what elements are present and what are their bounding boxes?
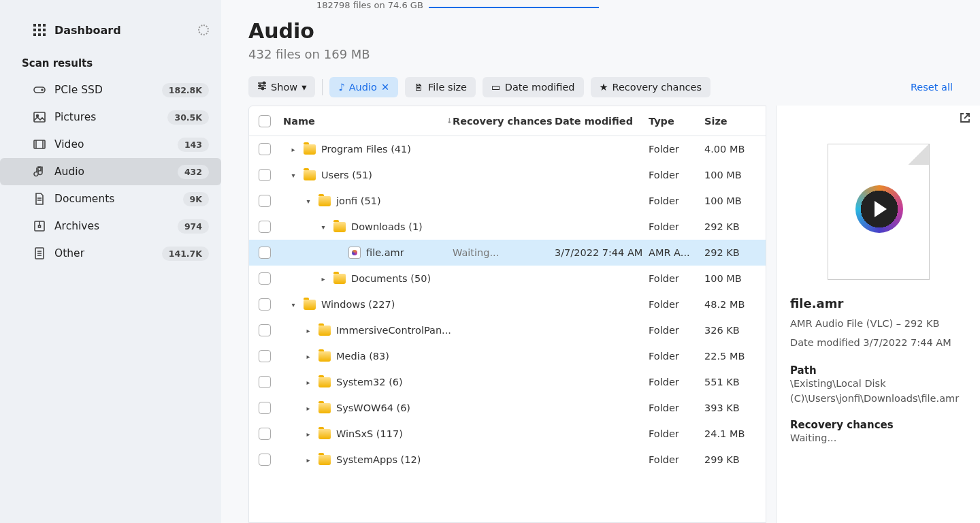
drive-icon [33, 83, 46, 97]
row-checkbox[interactable] [259, 350, 271, 362]
row-size: 326 KB [704, 325, 766, 336]
file-size-filter-button[interactable]: 🗎 File size [405, 77, 476, 97]
reset-all-link[interactable]: Reset all [911, 82, 953, 93]
expand-toggle-icon[interactable]: ▸ [289, 146, 298, 153]
row-checkbox[interactable] [259, 428, 271, 440]
sidebar-item-pictures[interactable]: Pictures 30.5K [0, 104, 221, 131]
table-row[interactable]: ▾ Windows (227) Folder 48.2 MB [249, 291, 766, 317]
sidebar-item-badge: 30.5K [167, 110, 209, 125]
folder-icon [318, 429, 331, 439]
table-row[interactable]: ▸ Documents (50) Folder 100 MB [249, 266, 766, 291]
table-row[interactable]: ▸ ImmersiveControlPan... Folder 326 KB [249, 317, 766, 343]
row-size: 22.5 MB [704, 351, 766, 362]
svg-rect-20 [39, 225, 41, 227]
sidebar-item-video[interactable]: Video 143 [0, 131, 221, 158]
page-title: Audio [248, 19, 953, 43]
table-row[interactable]: ▸ SystemApps (12) Folder 299 KB [249, 447, 766, 473]
file-icon: 🗎 [414, 82, 424, 93]
expand-toggle-icon[interactable]: ▸ [304, 430, 313, 438]
audio-filter-chip[interactable]: ♪ Audio ✕ [329, 77, 398, 97]
row-name: Windows (227) [321, 299, 395, 310]
row-checkbox[interactable] [259, 454, 271, 466]
expand-toggle-icon[interactable]: ▾ [304, 197, 313, 205]
folder-icon [304, 300, 316, 310]
row-name: ImmersiveControlPan... [336, 325, 451, 336]
row-checkbox[interactable] [259, 195, 271, 207]
expand-toggle-icon[interactable]: ▸ [304, 405, 313, 412]
sidebar-item-other[interactable]: Other 141.7K [0, 240, 221, 267]
expand-toggle-icon[interactable]: ▸ [304, 327, 313, 334]
row-checkbox[interactable] [259, 221, 271, 233]
table-row[interactable]: ▸ SysWOW64 (6) Folder 393 KB [249, 395, 766, 421]
recovery-chances-filter-button[interactable]: ★ Recovery chances [591, 77, 711, 97]
expand-toggle-icon[interactable]: ▾ [289, 301, 298, 308]
details-path-label: Path [790, 364, 966, 377]
column-name[interactable]: Name↓ [280, 116, 453, 127]
row-checkbox[interactable] [259, 324, 271, 336]
video-icon [33, 138, 46, 151]
folder-icon [318, 196, 331, 206]
table-row[interactable]: ▾ Downloads (1) Folder 292 KB [249, 214, 766, 240]
table-row[interactable]: file.amr Waiting... 3/7/2022 7:44 AM AMR… [249, 240, 766, 266]
expand-toggle-icon[interactable]: ▸ [304, 456, 313, 464]
details-date-modified: Date modified 3/7/2022 7:44 AM [790, 334, 966, 353]
row-checkbox[interactable] [259, 402, 271, 414]
open-external-icon[interactable] [960, 112, 970, 126]
folder-icon [304, 144, 316, 155]
sidebar-item-audio[interactable]: Audio 432 [0, 158, 221, 185]
progress-line [429, 7, 599, 8]
sidebar-item-documents[interactable]: Documents 9K [0, 185, 221, 212]
row-date-modified: 3/7/2022 7:44 AM [555, 247, 649, 258]
folder-icon [318, 403, 331, 413]
row-type: Folder [649, 402, 704, 413]
folder-icon [318, 377, 331, 387]
svg-rect-8 [43, 33, 46, 36]
expand-toggle-icon[interactable]: ▾ [318, 223, 328, 231]
table-row[interactable]: ▸ Program Files (41) Folder 4.00 MB [249, 136, 766, 162]
row-checkbox[interactable] [259, 247, 271, 259]
column-recovery-chances[interactable]: Recovery chances [453, 116, 555, 127]
row-size: 100 MB [704, 195, 766, 206]
select-all-checkbox[interactable] [259, 115, 271, 127]
expand-toggle-icon[interactable]: ▸ [304, 379, 313, 386]
table-row[interactable]: ▾ jonfi (51) Folder 100 MB [249, 188, 766, 214]
table-row[interactable]: ▾ Users (51) Folder 100 MB [249, 162, 766, 188]
column-type[interactable]: Type [649, 116, 704, 127]
table-row[interactable]: ▸ System32 (6) Folder 551 KB [249, 369, 766, 395]
dashboard-link[interactable]: Dashboard [0, 16, 221, 44]
main-content: 182798 files on 74.6 GB Audio 432 files … [221, 0, 980, 523]
remove-filter-icon[interactable]: ✕ [381, 82, 389, 93]
row-checkbox[interactable] [259, 272, 271, 285]
show-filter-button[interactable]: Show ▾ [248, 76, 315, 97]
sidebar-item-pcie-ssd[interactable]: PCIe SSD 182.8K [0, 76, 221, 104]
column-date-modified[interactable]: Date modified [555, 116, 649, 127]
svg-rect-4 [38, 29, 41, 31]
folder-icon [318, 455, 331, 465]
row-checkbox[interactable] [259, 143, 271, 155]
expand-toggle-icon[interactable]: ▸ [318, 275, 328, 283]
audio-icon [33, 165, 46, 178]
row-type: Folder [649, 428, 704, 439]
row-checkbox[interactable] [259, 298, 271, 311]
sidebar-item-archives[interactable]: Archives 974 [0, 212, 221, 240]
table-header: Name↓ Recovery chances Date modified Typ… [249, 106, 766, 136]
row-checkbox[interactable] [259, 169, 271, 181]
table-row[interactable]: ▸ WinSxS (117) Folder 24.1 MB [249, 421, 766, 447]
svg-point-30 [261, 87, 263, 89]
filter-bar: Show ▾ ♪ Audio ✕ 🗎 File size ▭ Date modi… [221, 67, 980, 106]
expand-toggle-icon[interactable]: ▾ [289, 172, 298, 179]
expand-toggle-icon[interactable]: ▸ [304, 353, 313, 360]
chevron-down-icon: ▾ [301, 82, 306, 93]
row-type: Folder [649, 195, 704, 206]
sidebar-item-badge: 143 [178, 138, 209, 152]
date-modified-filter-button[interactable]: ▭ Date modified [483, 77, 583, 97]
table-row[interactable]: ▸ Media (83) Folder 22.5 MB [249, 343, 766, 369]
column-size[interactable]: Size [704, 116, 766, 127]
scan-progress-bar: 182798 files on 74.6 GB [221, 0, 980, 12]
details-panel: file.amr AMR Audio File (VLC) – 292 KB D… [776, 106, 980, 523]
svg-point-28 [263, 82, 265, 84]
sidebar-item-label: Archives [54, 220, 178, 232]
document-icon [33, 192, 46, 206]
details-filename: file.amr [790, 296, 966, 311]
row-checkbox[interactable] [259, 376, 271, 388]
